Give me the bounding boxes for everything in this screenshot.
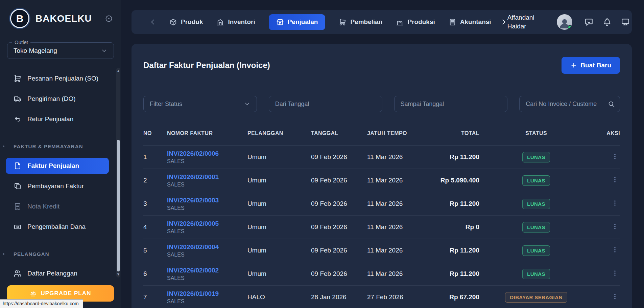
column-header-nomor-faktur: NOMOR FAKTUR [167,130,247,136]
sidebar-item-label: Daftar Pelanggan [27,270,77,277]
tab-pembelian[interactable]: Pembelian [339,18,382,26]
package-icon [169,18,177,26]
invoice-panel: Daftar Faktur Penjualan (Invoice) Buat B… [132,44,632,308]
sidebar-item-daftar-pelanggan[interactable]: Daftar Pelanggan [6,265,109,282]
crown-icon [30,290,37,297]
invoice-doc-type: SALES [167,252,247,258]
row-actions-menu-icon[interactable] [611,246,620,254]
dari-tanggal-input[interactable] [269,96,382,112]
sidebar-scrollbar[interactable]: ▲ ▼ [116,68,120,278]
scroll-up-arrow-icon[interactable]: ▲ [116,69,120,73]
buat-baru-label: Buat Baru [580,62,611,69]
table-row: 5 INV/2026/02/0004 SALES Umum 09 Feb 202… [143,239,620,262]
due-date-cell: 11 Mar 2026 [367,177,430,184]
navbar-right-cluster: Affandani Haidar [507,13,630,30]
logo-symbol: B [16,13,24,24]
row-actions-menu-icon[interactable] [611,176,620,183]
section-header-faktur-pembayaran: FAKTUR & PEMBAYARAN [6,143,109,150]
invoice-link[interactable]: INV/2026/02/0004 [167,243,247,251]
nav-scroll-right-icon[interactable] [500,18,507,26]
outlet-selector[interactable]: Outlet Toko Magelang [7,42,114,59]
sidebar-item-pembayaran-faktur[interactable]: Pembayaran Faktur [6,178,109,194]
tab-akuntansi[interactable]: Akuntansi [449,18,491,26]
column-header-no: NO [143,130,167,136]
row-number: 2 [143,177,167,184]
status-cell: DIBAYAR SEBAGIAN [479,292,593,303]
factory-icon [396,18,404,26]
tab-label: Pembelian [350,18,382,26]
tab-produk[interactable]: Produk [169,18,203,26]
sampai-tanggal-input[interactable] [394,96,508,112]
status-badge: LUNAS [522,245,550,256]
display-monitor-icon[interactable] [621,18,630,26]
invoice-cell: INV/2026/02/0003 SALES [167,197,247,211]
file-icon [14,162,22,170]
status-cell: LUNAS [479,222,593,233]
invoice-link[interactable]: INV/2026/02/0002 [167,267,247,274]
invoice-doc-type: SALES [167,205,247,211]
sidebar-item-faktur-penjualan[interactable]: Faktur Penjualan [6,158,109,174]
notifications-bell-icon[interactable] [603,18,612,26]
row-number: 4 [143,223,167,231]
user-name: Affandani Haidar [507,13,545,30]
due-date-cell: 27 Feb 2026 [367,293,430,301]
invoice-link[interactable]: INV/2026/02/0003 [167,197,247,204]
warehouse-icon [216,18,224,26]
top-navbar: Produk Inventori Penjualan Pembelian Pro… [132,10,632,34]
sidebar-item-pengembalian-dana[interactable]: Pengembalian Dana [6,219,109,235]
total-cell: Rp 67.200 [430,293,479,301]
search-invoice-input[interactable] [519,96,620,112]
column-header-tanggal: TANGGAL [311,130,367,136]
nav-scroll-left-icon[interactable] [149,18,157,26]
bakoelku-logo: B [10,9,29,28]
search-icon[interactable] [608,101,615,108]
messages-icon[interactable] [585,18,593,26]
invoice-cell: INV/2026/02/0002 SALES [167,267,247,281]
tab-inventori[interactable]: Inventori [216,18,255,26]
sidebar-item-nota-kredit[interactable]: Nota Kredit [6,198,109,215]
filter-status-select[interactable]: Filter Status [143,96,257,112]
users-icon [14,269,22,278]
row-actions-menu-icon[interactable] [611,153,620,160]
row-actions-menu-icon[interactable] [611,293,620,300]
cash-icon [14,223,22,231]
row-actions-menu-icon[interactable] [611,199,620,207]
buat-baru-button[interactable]: Buat Baru [562,57,620,74]
column-header-total: TOTAL [430,130,479,136]
sidebar-scrollbar-thumb[interactable] [117,140,120,271]
column-header-aksi: AKSI [593,130,620,136]
customer-cell: HALO [247,293,311,301]
status-cell: LUNAS [479,199,593,209]
customer-cell: Umum [247,153,311,161]
invoice-doc-type: SALES [167,182,247,188]
date-cell: 09 Feb 2026 [311,247,367,254]
invoice-link[interactable]: INV/2026/02/0005 [167,220,247,227]
sidebar-item-label: Nota Kredit [27,203,59,210]
sidebar-item-retur-penjualan[interactable]: Retur Penjualan [6,111,109,127]
plus-icon [570,62,577,69]
invoice-link[interactable]: INV/2026/01/0019 [167,290,247,298]
actions-cell [593,293,620,302]
sidebar-menu: Pesanan Penjualan (SO) Pengiriman (DO) R… [0,70,121,286]
total-cell: Rp 11.200 [430,200,479,207]
invoice-cell: INV/2026/02/0006 SALES [167,150,247,164]
invoice-link[interactable]: INV/2026/02/0006 [167,150,247,157]
scroll-down-arrow-icon[interactable]: ▼ [116,272,120,276]
invoice-link[interactable]: INV/2026/02/0001 [167,173,247,181]
user-avatar[interactable] [557,14,572,30]
total-cell: Rp 0 [430,223,479,231]
sidebar-item-pesanan-penjualan[interactable]: Pesanan Penjualan (SO) [6,70,109,87]
row-actions-menu-icon[interactable] [611,269,620,277]
sidebar-collapse-icon[interactable] [105,15,113,23]
tab-produksi[interactable]: Produksi [396,18,435,26]
status-badge: LUNAS [522,269,550,279]
due-date-cell: 11 Mar 2026 [367,247,430,254]
row-actions-menu-icon[interactable] [611,223,620,230]
total-cell: Rp 11.200 [430,247,479,254]
table-row: 7 INV/2026/01/0019 SALES HALO 28 Jan 202… [143,286,620,308]
sidebar-item-label: Faktur Penjualan [27,162,79,170]
sidebar-item-pengiriman[interactable]: Pengiriman (DO) [6,91,109,107]
invoice-cell: INV/2026/02/0004 SALES [167,243,247,258]
row-number: 1 [143,153,167,161]
tab-penjualan[interactable]: Penjualan [269,14,326,30]
